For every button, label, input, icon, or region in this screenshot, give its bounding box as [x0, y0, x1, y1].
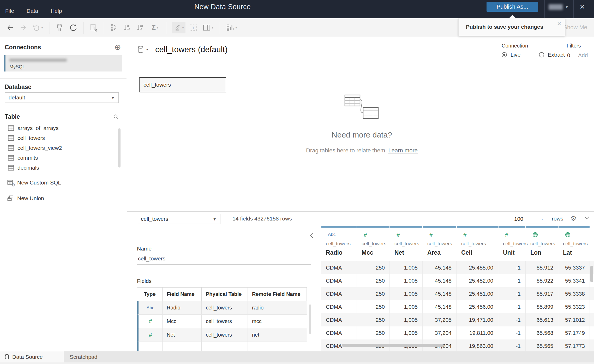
- table-list-item[interactable]: cell_towers_view2: [8, 143, 116, 153]
- grid-cell[interactable]: 57.1012: [558, 313, 590, 326]
- grid-cell[interactable]: 19,863.00: [457, 339, 498, 351]
- grid-cell[interactable]: 250: [357, 300, 390, 313]
- table-list-item[interactable]: commits: [8, 153, 116, 163]
- menu-file[interactable]: File: [5, 8, 14, 14]
- tab-data-source[interactable]: Data Source: [0, 351, 64, 362]
- grid-cell[interactable]: -1: [498, 287, 526, 300]
- database-select[interactable]: default ▼: [5, 92, 119, 103]
- grid-cell[interactable]: 65.565: [526, 339, 558, 351]
- search-icon[interactable]: [113, 114, 119, 120]
- grid-cell[interactable]: 25,452.00: [457, 274, 498, 287]
- fields-table-row[interactable]: #Netcell_towersnet: [137, 328, 307, 342]
- grid-cell[interactable]: 25,455.00: [457, 261, 498, 274]
- grid-cell[interactable]: 1,005: [390, 300, 423, 313]
- grid-cell[interactable]: -1: [498, 326, 526, 339]
- tab-scratchpad[interactable]: Scratchpad: [64, 351, 594, 362]
- redo-icon[interactable]: [18, 22, 28, 33]
- table-select[interactable]: cell_towers ▼: [137, 214, 220, 224]
- grid-cell[interactable]: 65.568: [526, 326, 558, 339]
- grid-cell[interactable]: 1,005: [390, 274, 423, 287]
- fields-table-row[interactable]: #Mcccell_towersmcc: [137, 315, 307, 328]
- apply-rows-icon[interactable]: →: [538, 216, 544, 222]
- grid-column-header[interactable]: #cell_towersMcc: [357, 226, 390, 261]
- pause-auto-updates-icon[interactable]: [55, 22, 65, 33]
- grid-cell[interactable]: 250: [357, 274, 390, 287]
- grid-cell[interactable]: 85.922: [526, 274, 558, 287]
- replay-icon[interactable]: ▾: [31, 22, 45, 33]
- window-close-button[interactable]: ×: [580, 2, 585, 11]
- show-cards-icon[interactable]: ▾: [225, 22, 238, 33]
- grid-cell[interactable]: 57.1773: [558, 339, 590, 351]
- grid-cell[interactable]: 19,811.00: [457, 326, 498, 339]
- grid-cell[interactable]: -1: [498, 313, 526, 326]
- grid-cell[interactable]: 45,148: [423, 274, 457, 287]
- add-connection-icon[interactable]: ⊕: [115, 43, 121, 51]
- table-list-scrollbar[interactable]: [118, 128, 121, 168]
- highlight-icon[interactable]: ▾: [172, 22, 185, 33]
- fields-table-row[interactable]: AbcRadiocell_towersradio: [137, 301, 307, 315]
- datasource-title[interactable]: cell_towers (default): [155, 45, 227, 54]
- live-label[interactable]: Live: [511, 52, 521, 58]
- show-me-button[interactable]: Show Me: [563, 24, 587, 31]
- grid-cell[interactable]: 57.1749: [558, 326, 590, 339]
- live-radio[interactable]: [502, 52, 507, 57]
- grid-cell[interactable]: 55.3338: [558, 287, 590, 300]
- text-annotation-icon[interactable]: T: [188, 22, 199, 33]
- tooltip-close-icon[interactable]: ×: [557, 20, 561, 28]
- grid-cell[interactable]: 45,148: [423, 261, 457, 274]
- grid-cell[interactable]: 37,205: [423, 313, 457, 326]
- grid-column-header[interactable]: cell_towersLon: [526, 226, 558, 261]
- grid-cell[interactable]: 250: [357, 313, 390, 326]
- connection-item[interactable]: MySQL: [4, 55, 122, 71]
- grid-cell[interactable]: 85.917: [526, 287, 558, 300]
- grid-column-header[interactable]: #cell_towersArea: [423, 226, 457, 261]
- grid-cell[interactable]: 45,148: [423, 300, 457, 313]
- grid-cell[interactable]: 85.912: [526, 261, 558, 274]
- grid-settings-gear-icon[interactable]: ⚙: [571, 214, 577, 223]
- grid-cell[interactable]: CDMA: [321, 261, 357, 274]
- clear-sheet-icon[interactable]: [88, 22, 99, 33]
- grid-column-header[interactable]: #cell_towersCell: [457, 226, 498, 261]
- grid-cell[interactable]: -1: [498, 300, 526, 313]
- grid-horizontal-scrollbar[interactable]: [342, 344, 444, 347]
- grid-cell[interactable]: CDMA: [321, 274, 357, 287]
- swap-rows-and-columns-icon[interactable]: [109, 22, 119, 33]
- collapse-grid-chevron-icon[interactable]: [584, 216, 589, 219]
- refresh-data-source-icon[interactable]: [68, 22, 78, 33]
- grid-cell[interactable]: 65.613: [526, 313, 558, 326]
- grid-cell[interactable]: 85.899: [526, 300, 558, 313]
- grid-cell[interactable]: 1,005: [390, 326, 423, 339]
- grid-column-header[interactable]: #cell_towersUnit: [498, 226, 526, 261]
- extract-label[interactable]: Extract: [548, 52, 565, 58]
- grid-column-header[interactable]: #cell_towersNet: [390, 226, 423, 261]
- grid-cell[interactable]: 250: [357, 326, 390, 339]
- extract-radio[interactable]: [539, 52, 544, 57]
- grid-cell[interactable]: 25,456.00: [457, 300, 498, 313]
- logical-table-node[interactable]: cell_towers: [139, 77, 226, 92]
- grid-cell[interactable]: CDMA: [321, 300, 357, 313]
- grid-cell[interactable]: 19,471.00: [457, 313, 498, 326]
- grid-cell[interactable]: CDMA: [321, 287, 357, 300]
- grid-vertical-scrollbar[interactable]: [590, 266, 593, 282]
- filters-add-link[interactable]: Add: [578, 52, 588, 58]
- grid-column-header[interactable]: Abccell_towersRadio: [321, 226, 357, 261]
- table-list-item[interactable]: decimals: [8, 163, 116, 173]
- grid-cell[interactable]: 1,005: [390, 287, 423, 300]
- menu-data[interactable]: Data: [27, 8, 38, 14]
- grid-cell[interactable]: -1: [498, 261, 526, 274]
- grid-column-header[interactable]: cell_towersLat: [558, 226, 590, 261]
- sort-ascending-icon[interactable]: [122, 22, 133, 33]
- grid-cell[interactable]: 1,005: [390, 261, 423, 274]
- sort-descending-icon[interactable]: [135, 22, 146, 33]
- fields-table-scrollbar[interactable]: [309, 305, 311, 334]
- grid-cell[interactable]: 55.3337: [558, 261, 590, 274]
- user-menu[interactable]: ▾: [549, 4, 568, 10]
- grid-cell[interactable]: 45,148: [423, 287, 457, 300]
- menu-help[interactable]: Help: [51, 8, 62, 14]
- name-value[interactable]: cell_towers: [138, 255, 165, 262]
- grid-cell[interactable]: 55.3341: [558, 274, 590, 287]
- fit-selector-icon[interactable]: ▾: [201, 22, 215, 33]
- grid-cell[interactable]: 55.3323: [558, 300, 590, 313]
- grid-cell[interactable]: -1: [498, 339, 526, 351]
- grid-cell[interactable]: 25,451.00: [457, 287, 498, 300]
